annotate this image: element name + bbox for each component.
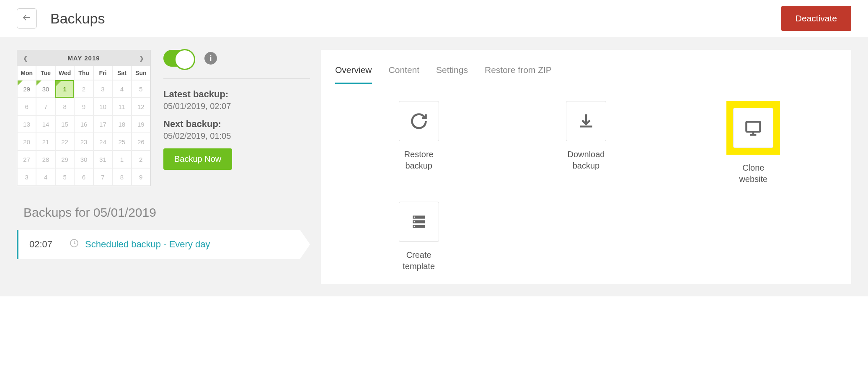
calendar-day[interactable]: 28 [36,150,55,168]
tab-overview[interactable]: Overview [335,62,372,84]
calendar-day[interactable]: 3 [93,80,112,98]
svg-point-11 [413,226,415,227]
calendar-day[interactable]: 14 [36,115,55,133]
calendar-dow: Mon [17,66,36,80]
action-label: Clonewebsite [711,162,795,185]
next-backup-label: Next backup: [163,119,310,130]
calendar-day[interactable]: 1 [55,80,74,98]
chevron-right-icon: ❯ [139,55,145,62]
backup-entry[interactable]: 02:07 Scheduled backup - Every day [17,230,310,259]
calendar-day[interactable]: 23 [74,133,93,150]
calendar-day[interactable]: 7 [93,168,112,186]
clone-icon [733,108,773,148]
action-label: Downloadbackup [544,149,628,171]
svg-rect-3 [747,122,760,132]
calendar-day[interactable]: 19 [132,115,150,133]
arrow-left-icon [22,13,32,24]
calendar-next-button[interactable]: ❯ [133,55,150,62]
action-download-backup[interactable]: Downloadbackup [544,101,628,185]
calendar: ❮ MAY 2019 ❯ MonTueWedThuFriSatSun293012… [17,50,151,186]
calendar-day[interactable]: 24 [93,133,112,150]
calendar-dow: Tue [36,66,55,80]
calendar-day[interactable]: 18 [112,115,131,133]
calendar-day[interactable]: 6 [17,98,36,115]
calendar-day[interactable]: 16 [74,115,93,133]
latest-backup-value: 05/01/2019, 02:07 [163,101,310,111]
svg-point-9 [413,217,415,218]
svg-point-10 [413,221,415,223]
calendar-day[interactable]: 9 [74,98,93,115]
calendar-month-label: MAY 2019 [67,54,100,62]
calendar-day[interactable]: 8 [112,168,131,186]
calendar-day[interactable]: 3 [17,168,36,186]
deactivate-button[interactable]: Deactivate [781,6,851,31]
page-title: Backups [50,10,105,27]
action-create-template[interactable]: Createtemplate [377,202,461,272]
template-icon [399,202,439,242]
calendar-day[interactable]: 30 [36,80,55,98]
calendar-day[interactable]: 21 [36,133,55,150]
calendar-day[interactable]: 9 [132,168,150,186]
clock-icon [69,238,79,251]
tab-content[interactable]: Content [389,62,420,84]
backup-entry-time: 02:07 [29,239,52,250]
calendar-dow: Thu [74,66,93,80]
calendar-prev-button[interactable]: ❮ [17,55,34,62]
calendar-day[interactable]: 12 [132,98,150,115]
tab-restore-from-zip[interactable]: Restore from ZIP [485,62,552,84]
calendar-day[interactable]: 15 [55,115,74,133]
latest-backup-label: Latest backup: [163,89,310,100]
info-icon: i [209,54,212,63]
calendar-day[interactable]: 2 [74,80,93,98]
calendar-day[interactable]: 4 [36,168,55,186]
calendar-day[interactable]: 7 [36,98,55,115]
calendar-day[interactable]: 30 [74,150,93,168]
calendar-dow: Sun [132,66,150,80]
calendar-day[interactable]: 10 [93,98,112,115]
action-label: Restorebackup [377,149,461,171]
calendar-day[interactable]: 13 [17,115,36,133]
backup-enabled-toggle[interactable] [163,50,194,67]
calendar-day[interactable]: 5 [132,80,150,98]
calendar-day[interactable]: 22 [55,133,74,150]
restore-icon [399,101,439,141]
calendar-day[interactable]: 31 [93,150,112,168]
calendar-day[interactable]: 11 [112,98,131,115]
calendar-day[interactable]: 29 [55,150,74,168]
info-button[interactable]: i [204,52,217,65]
calendar-dow: Fri [93,66,112,80]
divider [163,78,310,79]
backups-for-heading: Backups for 05/01/2019 [23,205,310,220]
next-backup-value: 05/02/2019, 01:05 [163,131,310,141]
backup-now-button[interactable]: Backup Now [163,148,232,170]
action-restore-backup[interactable]: Restorebackup [377,101,461,185]
calendar-day[interactable]: 29 [17,80,36,98]
calendar-day[interactable]: 4 [112,80,131,98]
calendar-day[interactable]: 8 [55,98,74,115]
action-label: Createtemplate [377,249,461,272]
calendar-day[interactable]: 27 [17,150,36,168]
calendar-dow: Sat [112,66,131,80]
chevron-left-icon: ❮ [23,55,28,62]
download-icon [566,101,606,141]
back-button[interactable] [17,8,37,29]
calendar-day[interactable]: 5 [55,168,74,186]
calendar-day[interactable]: 6 [74,168,93,186]
calendar-day[interactable]: 25 [112,133,131,150]
tab-settings[interactable]: Settings [436,62,468,84]
backup-entry-label: Scheduled backup - Every day [85,239,210,250]
highlight-box [726,101,780,155]
calendar-day[interactable]: 26 [132,133,150,150]
calendar-day[interactable]: 20 [17,133,36,150]
calendar-day[interactable]: 1 [112,150,131,168]
calendar-day[interactable]: 17 [93,115,112,133]
action-clone-website[interactable]: Clonewebsite [711,101,795,185]
calendar-dow: Wed [55,66,74,80]
calendar-day[interactable]: 2 [132,150,150,168]
